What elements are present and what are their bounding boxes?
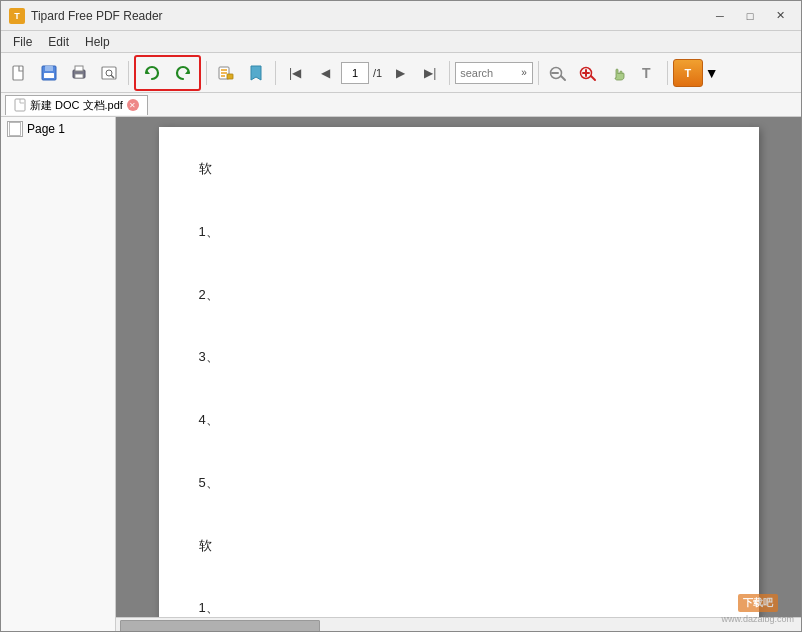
page-number-input[interactable]	[341, 62, 369, 84]
main-area: Page 1 软 1、 2、 3、 4、	[1, 117, 801, 632]
app-icon: T	[9, 8, 25, 24]
svg-rect-5	[75, 66, 83, 71]
svg-rect-6	[75, 74, 83, 78]
navigation-group: |◀ ◀ /1 ▶ ▶|	[281, 59, 444, 87]
prev-page-button[interactable]: ◀	[311, 59, 339, 87]
svg-rect-25	[10, 123, 21, 136]
svg-text:T: T	[642, 65, 651, 81]
rotate-left-button[interactable]	[137, 58, 167, 88]
minimize-button[interactable]: ─	[707, 6, 733, 26]
pdf-line-2	[199, 188, 719, 211]
tabbar: 新建 DOC 文档.pdf ✕	[1, 93, 801, 117]
zoom-in-button[interactable]	[574, 59, 602, 87]
horizontal-scrollbar[interactable]	[116, 617, 801, 632]
dropdown-button[interactable]: ▼	[705, 59, 719, 87]
svg-rect-2	[45, 66, 53, 71]
hand-tool-button[interactable]	[604, 59, 632, 87]
pdf-line-11: 5、	[199, 471, 719, 494]
pdf-content: 软 1、 2、 3、 4、 5、 软	[199, 157, 719, 617]
hscroll-thumb[interactable]	[120, 620, 320, 632]
page-1-thumbnail[interactable]: Page 1	[1, 117, 115, 141]
separator-2	[206, 61, 207, 85]
page-1-label: Page 1	[27, 122, 65, 136]
watermark-badge: 下载吧	[738, 594, 778, 612]
first-page-button[interactable]: |◀	[281, 59, 309, 87]
menu-file[interactable]: File	[5, 33, 40, 51]
maximize-button[interactable]: □	[737, 6, 763, 26]
page-panel: Page 1	[1, 117, 116, 632]
separator-1	[128, 61, 129, 85]
pdf-line-8	[199, 377, 719, 400]
pdf-line-15: 1、	[199, 596, 719, 617]
pdf-line-4	[199, 251, 719, 274]
svg-rect-3	[44, 73, 54, 78]
tipard-button[interactable]: T	[673, 59, 703, 87]
pdf-tab-icon	[14, 98, 26, 112]
print-button[interactable]	[65, 59, 93, 87]
pdf-page: 软 1、 2、 3、 4、 5、 软	[159, 127, 759, 617]
rotate-right-button[interactable]	[168, 58, 198, 88]
content-area: 软 1、 2、 3、 4、 5、 软	[116, 117, 801, 632]
pdf-line-6	[199, 314, 719, 337]
preview-button[interactable]	[95, 59, 123, 87]
search-forward-icon[interactable]: »	[520, 67, 528, 78]
menu-edit[interactable]: Edit	[40, 33, 77, 51]
last-page-button[interactable]: ▶|	[416, 59, 444, 87]
zoom-out-button[interactable]	[544, 59, 572, 87]
svg-rect-0	[13, 66, 23, 80]
save-button[interactable]	[35, 59, 63, 87]
page-total: /1	[371, 67, 384, 79]
pdf-viewport[interactable]: 软 1、 2、 3、 4、 5、 软	[116, 117, 801, 617]
bookmark-button[interactable]	[242, 59, 270, 87]
menubar: File Edit Help	[1, 31, 801, 53]
page-thumb-icon	[7, 121, 23, 137]
separator-6	[667, 61, 668, 85]
pdf-line-7: 3、	[199, 345, 719, 368]
tab-close-button[interactable]: ✕	[127, 99, 139, 111]
window-controls: ─ □ ✕	[707, 6, 793, 26]
pdf-line-3: 1、	[199, 220, 719, 243]
separator-3	[275, 61, 276, 85]
separator-4	[449, 61, 450, 85]
watermark-url: www.dazaibg.com	[721, 614, 794, 624]
document-tab[interactable]: 新建 DOC 文档.pdf ✕	[5, 95, 148, 115]
search-input[interactable]	[460, 67, 520, 79]
next-page-button[interactable]: ▶	[386, 59, 414, 87]
pdf-line-5: 2、	[199, 283, 719, 306]
pdf-line-9: 4、	[199, 408, 719, 431]
pdf-line-12	[199, 502, 719, 525]
toolbar: |◀ ◀ /1 ▶ ▶| » T T ▼	[1, 53, 801, 93]
separator-5	[538, 61, 539, 85]
pdf-line-14	[199, 565, 719, 588]
tab-label: 新建 DOC 文档.pdf	[30, 98, 123, 113]
new-button[interactable]	[5, 59, 33, 87]
search-box: »	[455, 62, 533, 84]
pdf-line-10	[199, 440, 719, 463]
titlebar: T Tipard Free PDF Reader ─ □ ✕	[1, 1, 801, 31]
watermark: 下载吧 www.dazaibg.com	[721, 594, 794, 624]
rotate-group	[134, 55, 201, 91]
pdf-line-13: 软	[199, 534, 719, 557]
pdf-line-1: 软	[199, 157, 719, 180]
menu-help[interactable]: Help	[77, 33, 118, 51]
svg-rect-17	[551, 72, 559, 74]
close-button[interactable]: ✕	[767, 6, 793, 26]
text-tool-button[interactable]: T	[634, 59, 662, 87]
find-button[interactable]	[212, 59, 240, 87]
svg-rect-16	[227, 74, 233, 79]
bottom-area: 软 1、 2、 3、 4、 5、 软	[116, 117, 801, 632]
app-title: Tipard Free PDF Reader	[31, 9, 707, 23]
